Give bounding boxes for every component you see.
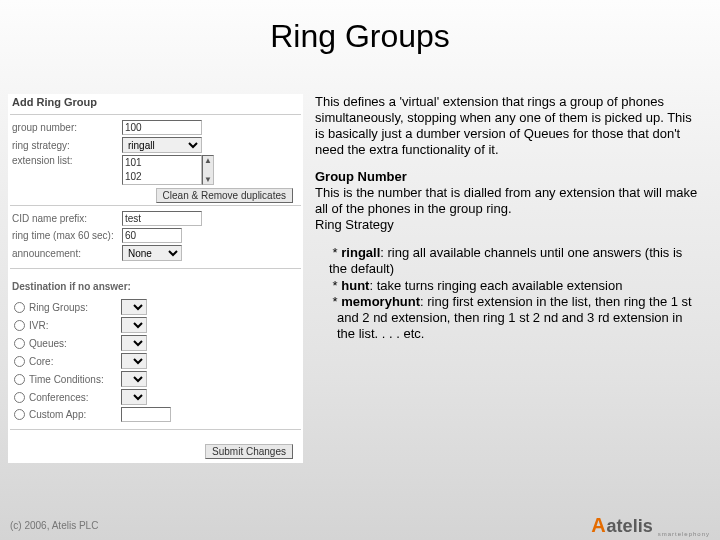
label-group-number: group number: [12,122,122,133]
row-ring-time: ring time (max 60 sec): [8,227,303,244]
row-cid-prefix: CID name prefix: [8,210,303,227]
divider [10,429,301,430]
dest-select[interactable] [121,353,147,369]
ring-strategy-select[interactable]: ringall [122,137,202,153]
radio-label: IVR: [29,320,117,331]
row-group-number: group number: [8,119,303,136]
radio-custom-app[interactable] [14,409,25,420]
dest-ivr[interactable]: IVR: [8,316,303,334]
radio-label: Custom App: [29,409,117,420]
form-panel: Add Ring Group group number: ring strate… [8,94,303,463]
radio-label: Queues: [29,338,117,349]
divider [10,114,301,115]
radio-label: Core: [29,356,117,367]
dest-time-conditions[interactable]: Time Conditions: [8,370,303,388]
section-group-number: Group Number This is the number that is … [315,169,702,232]
logo-mark-icon: A [591,514,603,537]
atelis-logo: A atelis smartelephony [591,514,710,537]
radio-ivr[interactable] [14,320,25,331]
label-announcement: announcement: [12,248,122,259]
label-cid-prefix: CID name prefix: [12,213,122,224]
divider [10,205,301,206]
radio-conferences[interactable] [14,392,25,403]
extension-list-box[interactable]: 101 102 [122,155,202,185]
radio-time-conditions[interactable] [14,374,25,385]
destination-heading: Destination if no answer: [8,273,303,298]
custom-app-input[interactable] [121,407,171,422]
radio-ring-groups[interactable] [14,302,25,313]
bullet-ringall: * ringall: ring all available channels u… [329,245,702,277]
dest-select[interactable] [121,317,147,333]
clean-duplicates-button[interactable]: Clean & Remove duplicates [156,188,293,203]
dest-select[interactable] [121,335,147,351]
row-ring-strategy: ring strategy: ringall [8,136,303,154]
cid-prefix-input[interactable] [122,211,202,226]
dest-core[interactable]: Core: [8,352,303,370]
label-extension-list: extension list: [12,155,122,166]
dest-select[interactable] [121,389,147,405]
copyright-text: (c) 2006, Atelis PLC [10,520,98,531]
bullet-list: * ringall: ring all available channels u… [315,245,702,342]
bullet-hunt: * hunt: take turns ringing each availabl… [329,278,702,294]
description-column: This defines a 'virtual' extension that … [315,94,702,463]
submit-changes-button[interactable]: Submit Changes [205,444,293,459]
dest-queues[interactable]: Queues: [8,334,303,352]
dest-select[interactable] [121,299,147,315]
row-announcement: announcement: None [8,244,303,262]
form-heading: Add Ring Group [8,94,303,114]
content-area: Add Ring Group group number: ring strate… [8,94,702,463]
label-ring-strategy: ring strategy: [12,140,122,151]
ring-time-input[interactable] [122,228,182,243]
page-title: Ring Groups [0,0,720,55]
dest-ring-groups[interactable]: Ring Groups: [8,298,303,316]
dest-custom-app[interactable]: Custom App: [8,406,303,423]
announcement-select[interactable]: None [122,245,182,261]
radio-core[interactable] [14,356,25,367]
intro-paragraph: This defines a 'virtual' extension that … [315,94,702,157]
list-scroll-up-icon[interactable]: ▲ [203,156,213,165]
group-number-input[interactable] [122,120,202,135]
dest-select[interactable] [121,371,147,387]
divider [10,268,301,269]
logo-brand: atelis [607,516,653,537]
label-ring-time: ring time (max 60 sec): [12,230,122,241]
bullet-memoryhunt: * memoryhunt: ring first extension in th… [329,294,702,342]
footer: (c) 2006, Atelis PLC A atelis smarteleph… [0,510,720,540]
row-extension-list: extension list: 101 102 ▲ ▼ [8,154,303,186]
logo-tagline: smartelephony [658,531,710,537]
radio-queues[interactable] [14,338,25,349]
list-scroll-down-icon[interactable]: ▼ [203,175,213,184]
radio-label: Time Conditions: [29,374,117,385]
radio-label: Conferences: [29,392,117,403]
radio-label: Ring Groups: [29,302,117,313]
dest-conferences[interactable]: Conferences: [8,388,303,406]
